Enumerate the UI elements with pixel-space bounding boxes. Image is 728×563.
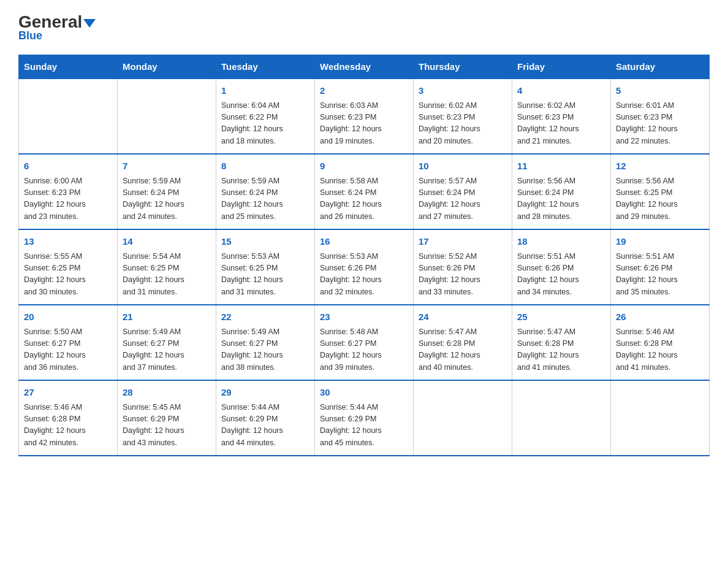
day-number: 21: [123, 310, 211, 324]
calendar-cell: 1Sunrise: 6:04 AM Sunset: 6:22 PM Daylig…: [216, 79, 315, 154]
day-number: 22: [221, 310, 309, 324]
calendar-cell: 16Sunrise: 5:53 AM Sunset: 6:26 PM Dayli…: [315, 229, 414, 305]
calendar-cell: 20Sunrise: 5:50 AM Sunset: 6:27 PM Dayli…: [19, 305, 118, 380]
day-number: 5: [616, 84, 704, 98]
calendar-week-row: 6Sunrise: 6:00 AM Sunset: 6:23 PM Daylig…: [19, 154, 710, 229]
day-info: Sunrise: 5:51 AM Sunset: 6:26 PM Dayligh…: [616, 251, 704, 299]
calendar-cell: 26Sunrise: 5:46 AM Sunset: 6:28 PM Dayli…: [611, 305, 710, 380]
day-info: Sunrise: 6:00 AM Sunset: 6:23 PM Dayligh…: [24, 175, 112, 223]
calendar-cell: 9Sunrise: 5:58 AM Sunset: 6:24 PM Daylig…: [315, 154, 414, 229]
calendar-cell: 17Sunrise: 5:52 AM Sunset: 6:26 PM Dayli…: [414, 229, 512, 305]
calendar-week-row: 13Sunrise: 5:55 AM Sunset: 6:25 PM Dayli…: [19, 229, 710, 305]
calendar-cell: 22Sunrise: 5:49 AM Sunset: 6:27 PM Dayli…: [216, 305, 315, 380]
logo: General Blue: [18, 12, 96, 42]
calendar-cell: 18Sunrise: 5:51 AM Sunset: 6:26 PM Dayli…: [512, 229, 611, 305]
day-number: 15: [221, 235, 309, 249]
day-info: Sunrise: 5:59 AM Sunset: 6:24 PM Dayligh…: [123, 175, 211, 223]
day-number: 1: [221, 84, 309, 98]
weekday-header-sunday: Sunday: [19, 55, 118, 79]
weekday-header-monday: Monday: [118, 55, 216, 79]
day-number: 7: [123, 159, 211, 174]
day-info: Sunrise: 5:54 AM Sunset: 6:25 PM Dayligh…: [123, 251, 211, 299]
calendar-cell: [19, 79, 118, 154]
day-number: 2: [320, 84, 408, 98]
day-info: Sunrise: 5:56 AM Sunset: 6:24 PM Dayligh…: [517, 175, 605, 223]
day-number: 14: [123, 235, 211, 249]
page-header: General Blue: [18, 12, 710, 42]
calendar-cell: [512, 380, 611, 456]
day-number: 28: [123, 386, 211, 400]
day-number: 3: [419, 84, 507, 98]
day-number: 17: [419, 235, 507, 249]
weekday-header-thursday: Thursday: [414, 55, 512, 79]
calendar-cell: 4Sunrise: 6:02 AM Sunset: 6:23 PM Daylig…: [512, 79, 611, 154]
day-info: Sunrise: 5:56 AM Sunset: 6:25 PM Dayligh…: [616, 175, 704, 223]
day-info: Sunrise: 5:44 AM Sunset: 6:29 PM Dayligh…: [320, 402, 408, 450]
day-number: 6: [24, 159, 112, 174]
day-info: Sunrise: 5:51 AM Sunset: 6:26 PM Dayligh…: [517, 251, 605, 299]
calendar-cell: 27Sunrise: 5:46 AM Sunset: 6:28 PM Dayli…: [19, 380, 118, 456]
day-number: 8: [221, 159, 309, 174]
day-number: 10: [419, 159, 507, 174]
calendar-cell: 7Sunrise: 5:59 AM Sunset: 6:24 PM Daylig…: [118, 154, 216, 229]
calendar-cell: 6Sunrise: 6:00 AM Sunset: 6:23 PM Daylig…: [19, 154, 118, 229]
calendar-cell: 13Sunrise: 5:55 AM Sunset: 6:25 PM Dayli…: [19, 229, 118, 305]
day-info: Sunrise: 5:50 AM Sunset: 6:27 PM Dayligh…: [24, 326, 112, 374]
calendar-cell: 8Sunrise: 5:59 AM Sunset: 6:24 PM Daylig…: [216, 154, 315, 229]
weekday-header-wednesday: Wednesday: [315, 55, 414, 79]
day-number: 11: [517, 159, 605, 174]
day-number: 19: [616, 235, 704, 249]
calendar-cell: [118, 79, 216, 154]
day-number: 26: [616, 310, 704, 324]
day-info: Sunrise: 5:47 AM Sunset: 6:28 PM Dayligh…: [419, 326, 507, 374]
logo-triangle-icon: [83, 19, 96, 28]
day-number: 12: [616, 159, 704, 174]
day-info: Sunrise: 5:59 AM Sunset: 6:24 PM Dayligh…: [221, 175, 309, 223]
day-info: Sunrise: 5:44 AM Sunset: 6:29 PM Dayligh…: [221, 402, 309, 450]
day-info: Sunrise: 5:55 AM Sunset: 6:25 PM Dayligh…: [24, 251, 112, 299]
logo-blue-text: Blue: [18, 29, 42, 42]
calendar-cell: [414, 380, 512, 456]
day-number: 25: [517, 310, 605, 324]
day-number: 13: [24, 235, 112, 249]
calendar-cell: 3Sunrise: 6:02 AM Sunset: 6:23 PM Daylig…: [414, 79, 512, 154]
day-number: 24: [419, 310, 507, 324]
calendar-cell: 25Sunrise: 5:47 AM Sunset: 6:28 PM Dayli…: [512, 305, 611, 380]
day-info: Sunrise: 5:49 AM Sunset: 6:27 PM Dayligh…: [123, 326, 211, 374]
day-info: Sunrise: 5:48 AM Sunset: 6:27 PM Dayligh…: [320, 326, 408, 374]
day-info: Sunrise: 5:53 AM Sunset: 6:25 PM Dayligh…: [221, 251, 309, 299]
day-info: Sunrise: 5:57 AM Sunset: 6:24 PM Dayligh…: [419, 175, 507, 223]
weekday-header-tuesday: Tuesday: [216, 55, 315, 79]
day-info: Sunrise: 5:52 AM Sunset: 6:26 PM Dayligh…: [419, 251, 507, 299]
day-info: Sunrise: 5:47 AM Sunset: 6:28 PM Dayligh…: [517, 326, 605, 374]
calendar-cell: 5Sunrise: 6:01 AM Sunset: 6:23 PM Daylig…: [611, 79, 710, 154]
calendar-cell: [611, 380, 710, 456]
weekday-header-friday: Friday: [512, 55, 611, 79]
day-info: Sunrise: 6:02 AM Sunset: 6:23 PM Dayligh…: [517, 100, 605, 148]
day-number: 23: [320, 310, 408, 324]
calendar-cell: 11Sunrise: 5:56 AM Sunset: 6:24 PM Dayli…: [512, 154, 611, 229]
calendar-table: SundayMondayTuesdayWednesdayThursdayFrid…: [18, 55, 710, 456]
day-number: 30: [320, 386, 408, 400]
day-number: 9: [320, 159, 408, 174]
calendar-cell: 19Sunrise: 5:51 AM Sunset: 6:26 PM Dayli…: [611, 229, 710, 305]
calendar-cell: 10Sunrise: 5:57 AM Sunset: 6:24 PM Dayli…: [414, 154, 512, 229]
day-info: Sunrise: 5:53 AM Sunset: 6:26 PM Dayligh…: [320, 251, 408, 299]
calendar-cell: 29Sunrise: 5:44 AM Sunset: 6:29 PM Dayli…: [216, 380, 315, 456]
calendar-week-row: 1Sunrise: 6:04 AM Sunset: 6:22 PM Daylig…: [19, 79, 710, 154]
calendar-cell: 23Sunrise: 5:48 AM Sunset: 6:27 PM Dayli…: [315, 305, 414, 380]
day-number: 29: [221, 386, 309, 400]
calendar-week-row: 20Sunrise: 5:50 AM Sunset: 6:27 PM Dayli…: [19, 305, 710, 380]
day-number: 18: [517, 235, 605, 249]
calendar-cell: 30Sunrise: 5:44 AM Sunset: 6:29 PM Dayli…: [315, 380, 414, 456]
day-info: Sunrise: 6:03 AM Sunset: 6:23 PM Dayligh…: [320, 100, 408, 148]
day-number: 20: [24, 310, 112, 324]
day-info: Sunrise: 5:46 AM Sunset: 6:28 PM Dayligh…: [616, 326, 704, 374]
day-info: Sunrise: 6:01 AM Sunset: 6:23 PM Dayligh…: [616, 100, 704, 148]
day-number: 16: [320, 235, 408, 249]
day-info: Sunrise: 5:58 AM Sunset: 6:24 PM Dayligh…: [320, 175, 408, 223]
day-info: Sunrise: 6:04 AM Sunset: 6:22 PM Dayligh…: [221, 100, 309, 148]
day-info: Sunrise: 5:45 AM Sunset: 6:29 PM Dayligh…: [123, 402, 211, 450]
day-number: 4: [517, 84, 605, 98]
calendar-cell: 2Sunrise: 6:03 AM Sunset: 6:23 PM Daylig…: [315, 79, 414, 154]
